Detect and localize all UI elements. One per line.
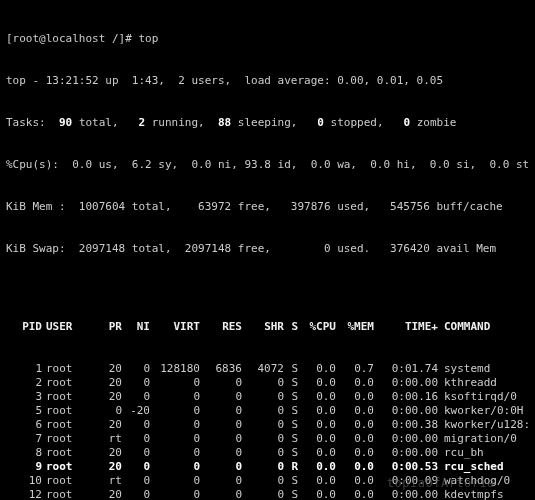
- cell-mem: 0.0: [336, 446, 374, 460]
- cell-pid: 3: [6, 390, 42, 404]
- col-s: S: [284, 320, 298, 334]
- cell-pr: rt: [92, 432, 122, 446]
- cell-pid: 12: [6, 488, 42, 500]
- cell-mem: 0.0: [336, 404, 374, 418]
- cell-shr: 0: [242, 404, 284, 418]
- cell-virt: 0: [150, 432, 200, 446]
- cell-user: root: [42, 376, 92, 390]
- cell-cmd: kthreadd: [438, 376, 529, 390]
- cell-res: 0: [200, 446, 242, 460]
- cell-virt: 0: [150, 488, 200, 500]
- cell-res: 0: [200, 418, 242, 432]
- cell-user: root: [42, 390, 92, 404]
- col-shr: SHR: [242, 320, 284, 334]
- cell-s: S: [284, 390, 298, 404]
- cell-pr: 20: [92, 488, 122, 500]
- col-virt: VIRT: [150, 320, 200, 334]
- cell-pr: 20: [92, 460, 122, 474]
- cell-mem: 0.0: [336, 432, 374, 446]
- watermark: topiaOfArtoria: [387, 476, 495, 490]
- cell-pr: 20: [92, 418, 122, 432]
- cell-cpu: 0.0: [298, 460, 336, 474]
- cell-pid: 9: [6, 460, 42, 474]
- cell-pid: 2: [6, 376, 42, 390]
- cell-user: root: [42, 488, 92, 500]
- cell-virt: 0: [150, 460, 200, 474]
- cell-virt: 0: [150, 474, 200, 488]
- cell-shr: 4072: [242, 362, 284, 376]
- cell-time: 0:01.74: [374, 362, 438, 376]
- cell-cmd: kworker/u128:0: [438, 418, 529, 432]
- cell-shr: 0: [242, 432, 284, 446]
- cell-ni: 0: [122, 362, 150, 376]
- col-ni: NI: [122, 320, 150, 334]
- cell-ni: 0: [122, 432, 150, 446]
- cell-cmd: rcu_sched: [438, 460, 529, 474]
- cell-res: 6836: [200, 362, 242, 376]
- cell-s: R: [284, 460, 298, 474]
- cell-cpu: 0.0: [298, 446, 336, 460]
- cell-shr: 0: [242, 376, 284, 390]
- cell-mem: 0.7: [336, 362, 374, 376]
- col-res: RES: [200, 320, 242, 334]
- cell-cpu: 0.0: [298, 362, 336, 376]
- cell-pid: 7: [6, 432, 42, 446]
- cell-res: 0: [200, 390, 242, 404]
- cell-shr: 0: [242, 390, 284, 404]
- col-cmd: COMMAND: [438, 320, 529, 334]
- col-pid: PID: [6, 320, 42, 334]
- cell-mem: 0.0: [336, 460, 374, 474]
- top-summary-tasks: Tasks: 90 total, 2 running, 88 sleeping,…: [6, 116, 529, 130]
- cell-pid: 10: [6, 474, 42, 488]
- cell-user: root: [42, 362, 92, 376]
- cell-pid: 5: [6, 404, 42, 418]
- cell-shr: 0: [242, 488, 284, 500]
- col-pr: PR: [92, 320, 122, 334]
- cell-virt: 128180: [150, 362, 200, 376]
- cell-s: S: [284, 362, 298, 376]
- cell-ni: 0: [122, 474, 150, 488]
- cell-res: 0: [200, 460, 242, 474]
- cell-cpu: 0.0: [298, 376, 336, 390]
- col-mem: %MEM: [336, 320, 374, 334]
- top-summary-mem: KiB Mem : 1007604 total, 63972 free, 397…: [6, 200, 529, 214]
- cell-pr: 20: [92, 446, 122, 460]
- cell-pr: 20: [92, 362, 122, 376]
- cell-time: 0:00.38: [374, 418, 438, 432]
- cell-pr: 20: [92, 376, 122, 390]
- cell-time: 0:00.00: [374, 404, 438, 418]
- cell-user: root: [42, 446, 92, 460]
- cell-user: root: [42, 418, 92, 432]
- cell-ni: 0: [122, 418, 150, 432]
- top-summary-line1: top - 13:21:52 up 1:43, 2 users, load av…: [6, 74, 529, 88]
- cell-cmd: rcu_bh: [438, 446, 529, 460]
- cell-shr: 0: [242, 474, 284, 488]
- top-summary-cpu: %Cpu(s): 0.0 us, 6.2 sy, 0.0 ni, 93.8 id…: [6, 158, 529, 172]
- cell-virt: 0: [150, 390, 200, 404]
- table-row: 2root200000S0.00.00:00.00kthreadd: [6, 376, 529, 390]
- cell-pr: 0: [92, 404, 122, 418]
- cell-s: S: [284, 488, 298, 500]
- cell-res: 0: [200, 432, 242, 446]
- cell-time: 0:00.00: [374, 432, 438, 446]
- cell-mem: 0.0: [336, 390, 374, 404]
- cell-cmd: systemd: [438, 362, 529, 376]
- cell-res: 0: [200, 474, 242, 488]
- cell-cpu: 0.0: [298, 404, 336, 418]
- cell-user: root: [42, 474, 92, 488]
- cell-time: 0:00.00: [374, 446, 438, 460]
- cell-s: S: [284, 376, 298, 390]
- cell-res: 0: [200, 404, 242, 418]
- cell-mem: 0.0: [336, 376, 374, 390]
- cell-pid: 8: [6, 446, 42, 460]
- cell-time: 0:00.16: [374, 390, 438, 404]
- cell-cmd: kworker/0:0H: [438, 404, 529, 418]
- terminal[interactable]: [root@localhost /]# top top - 13:21:52 u…: [0, 0, 535, 500]
- cell-s: S: [284, 432, 298, 446]
- table-row: 6root200000S0.00.00:00.38kworker/u128:0: [6, 418, 529, 432]
- col-time: TIME+: [374, 320, 438, 334]
- cell-cpu: 0.0: [298, 418, 336, 432]
- table-row: 9root200000R0.00.00:00.53rcu_sched: [6, 460, 529, 474]
- cell-virt: 0: [150, 404, 200, 418]
- cell-mem: 0.0: [336, 418, 374, 432]
